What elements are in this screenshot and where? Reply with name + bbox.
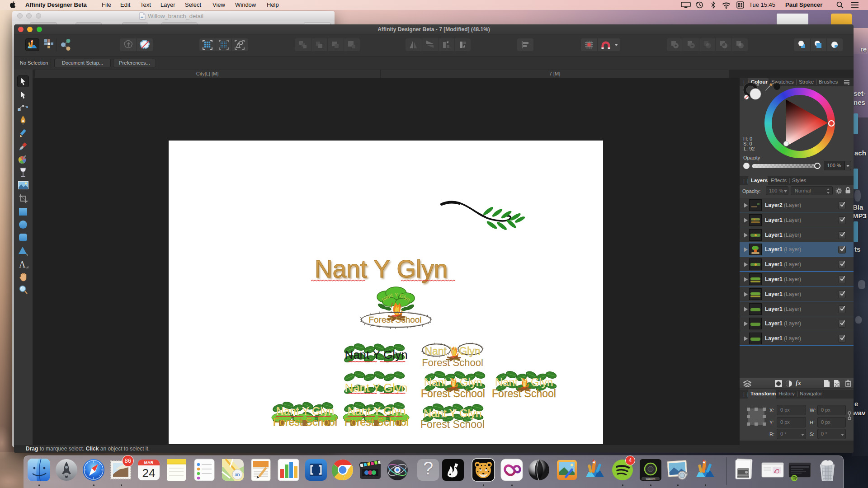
svg-text:Nant Y Glyn: Nant Y Glyn — [424, 407, 482, 419]
svg-text:MAR: MAR — [144, 460, 154, 465]
svg-text:Forest School: Forest School — [368, 315, 421, 324]
svg-text:Forest School: Forest School — [344, 416, 409, 428]
svg-text:Nant Y Glyn: Nant Y Glyn — [425, 345, 480, 357]
svg-text:24: 24 — [142, 466, 156, 480]
svg-text:Forest School: Forest School — [420, 418, 485, 430]
svg-text:Nant Y Glyn: Nant Y Glyn — [348, 405, 406, 417]
svg-text:Forest School: Forest School — [421, 388, 485, 399]
svg-text:wacom: wacom — [646, 477, 656, 480]
svg-text:Nant Y Glyn: Nant Y Glyn — [344, 381, 407, 394]
svg-text:Nant Y Glyn: Nant Y Glyn — [315, 255, 448, 283]
svg-text:Nant Y Glyn: Nant Y Glyn — [276, 405, 335, 417]
svg-text:Nant Y Glyn: Nant Y Glyn — [495, 376, 553, 388]
svg-text:Forest School: Forest School — [492, 388, 556, 399]
svg-text:Nant Y Glyn: Nant Y Glyn — [424, 376, 482, 388]
svg-text:Nant Y Glyn: Nant Y Glyn — [344, 348, 407, 361]
svg-text:3D: 3D — [235, 473, 240, 477]
svg-text:Forest School: Forest School — [273, 416, 337, 428]
svg-text:Forest School: Forest School — [422, 357, 483, 368]
